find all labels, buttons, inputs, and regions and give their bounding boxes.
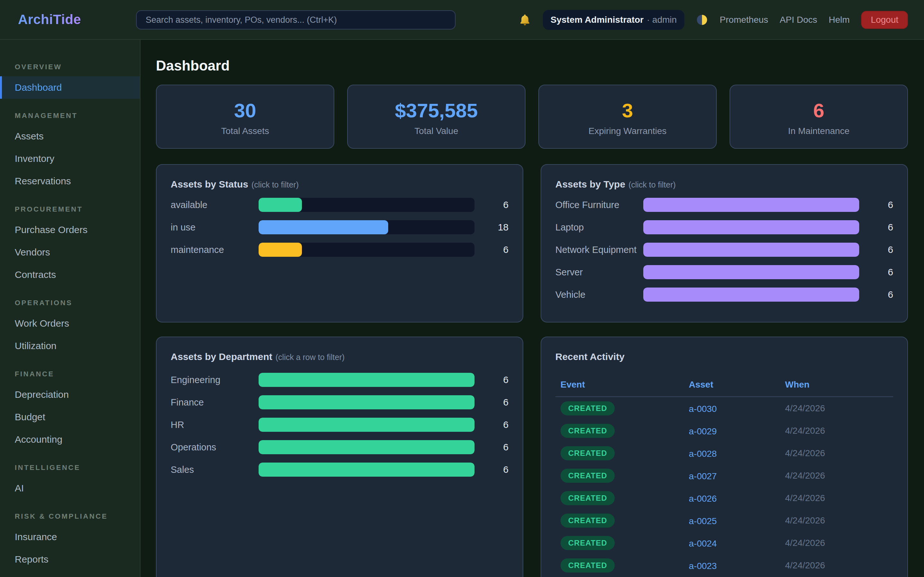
stat-label: In Maintenance — [788, 126, 849, 136]
sidebar-item-assets[interactable]: Assets — [0, 125, 140, 147]
activity-row: CREATEDa-00264/24/2026 — [556, 487, 893, 509]
chart-bar-row[interactable]: Laptop6 — [556, 216, 893, 239]
bar-track — [258, 220, 475, 234]
bar-label: Engineering — [171, 375, 258, 385]
sidebar-item-depreciation[interactable]: Depreciation — [0, 384, 140, 406]
nav-link-helm[interactable]: Helm — [829, 15, 850, 25]
logout-button[interactable]: Logout — [861, 11, 908, 29]
notification-bell-icon[interactable] — [519, 13, 531, 26]
asset-link[interactable]: a-0029 — [689, 426, 717, 436]
sidebar-item-work-orders[interactable]: Work Orders — [0, 312, 140, 335]
bar-fill — [258, 198, 302, 212]
bar-label: Office Furniture — [556, 200, 643, 210]
chart-bar-row[interactable]: Sales6 — [171, 458, 509, 481]
stat-value: $375,585 — [395, 100, 478, 121]
asset-link[interactable]: a-0026 — [689, 494, 717, 504]
nav-link-prometheus[interactable]: Prometheus — [720, 15, 768, 25]
stat-value: 30 — [234, 100, 256, 121]
bar-value: 6 — [475, 442, 509, 453]
bar-track — [643, 287, 859, 301]
bar-fill — [643, 265, 859, 279]
stat-card: 6In Maintenance — [730, 85, 908, 149]
chart-bar-row[interactable]: Engineering6 — [171, 369, 509, 391]
chart-bar-row[interactable]: maintenance6 — [171, 239, 509, 261]
panel-title: Assets by Type — [556, 179, 625, 189]
bar-track — [258, 395, 475, 409]
sidebar-item-contracts[interactable]: Contracts — [0, 263, 140, 286]
sidebar-item-reservations[interactable]: Reservations — [0, 170, 140, 192]
global-search-input[interactable] — [136, 10, 456, 29]
stat-value: 3 — [622, 100, 633, 121]
bar-fill — [643, 198, 859, 212]
sidebar-item-vendors[interactable]: Vendors — [0, 241, 140, 263]
chart-bar-row[interactable]: Finance6 — [171, 391, 509, 414]
stat-card: 30Total Assets — [156, 85, 334, 149]
panel-note: (click to filter) — [628, 180, 676, 189]
sidebar-section-label: MANAGEMENT — [15, 111, 140, 120]
chart-bar-row[interactable]: Vehicle6 — [556, 284, 893, 306]
sidebar-item-budget[interactable]: Budget — [0, 406, 140, 428]
theme-toggle-moon-icon[interactable] — [696, 14, 708, 26]
bar-track — [643, 220, 859, 234]
activity-table-header: Event Asset When — [556, 380, 893, 397]
bar-fill — [258, 395, 475, 409]
chart-bar-row[interactable]: Network Equipment6 — [556, 239, 893, 261]
activity-row: CREATEDa-00244/24/2026 — [556, 532, 893, 554]
stat-label: Expiring Warranties — [588, 126, 666, 136]
sidebar-item-ai[interactable]: AI — [0, 477, 140, 500]
page-title: Dashboard — [156, 58, 908, 74]
bar-fill — [643, 287, 859, 301]
top-bar: ArchiTide System Administrator · admin P… — [0, 0, 924, 40]
event-badge: CREATED — [561, 446, 615, 460]
assets-by-type-panel: Assets by Type(click to filter) Office F… — [541, 164, 908, 322]
asset-link[interactable]: a-0028 — [689, 449, 717, 459]
event-badge: CREATED — [561, 536, 615, 550]
sidebar-item-insurance[interactable]: Insurance — [0, 526, 140, 548]
chart-bar-row[interactable]: HR6 — [171, 414, 509, 436]
bar-value: 6 — [475, 397, 509, 408]
bar-label: in use — [171, 222, 258, 233]
sidebar-section-label: INTELLIGENCE — [15, 464, 140, 472]
bar-value: 6 — [475, 374, 509, 385]
chart-bar-row[interactable]: available6 — [171, 193, 509, 216]
sidebar-section-label: PROCUREMENT — [15, 205, 140, 213]
stat-card: 3Expiring Warranties — [538, 85, 717, 149]
asset-link[interactable]: a-0027 — [689, 471, 717, 481]
bar-label: Sales — [171, 464, 258, 475]
user-name: System Administrator — [551, 15, 644, 25]
asset-link[interactable]: a-0023 — [689, 561, 717, 571]
bar-label: Network Equipment — [556, 245, 643, 255]
bar-track — [643, 265, 859, 279]
bar-fill — [258, 243, 302, 257]
chart-bar-row[interactable]: in use18 — [171, 216, 509, 239]
panels-row-2: Assets by Department(click a row to filt… — [156, 337, 908, 577]
sidebar-item-purchase-orders[interactable]: Purchase Orders — [0, 219, 140, 241]
activity-date: 4/24/2026 — [785, 538, 893, 548]
event-badge: CREATED — [561, 401, 615, 416]
user-badge: System Administrator · admin — [543, 10, 684, 30]
sidebar-item-dashboard[interactable]: Dashboard — [0, 76, 140, 99]
sidebar-item-utilization[interactable]: Utilization — [0, 335, 140, 357]
sidebar-item-reports[interactable]: Reports — [0, 548, 140, 571]
panel-note: (click a row to filter) — [276, 353, 344, 362]
asset-link[interactable]: a-0024 — [689, 538, 717, 548]
activity-date: 4/24/2026 — [785, 403, 893, 414]
asset-link[interactable]: a-0030 — [689, 404, 717, 414]
asset-link[interactable]: a-0025 — [689, 516, 717, 526]
bar-value: 6 — [475, 199, 509, 210]
activity-row: CREATEDa-00254/24/2026 — [556, 509, 893, 532]
nav-link-api-docs[interactable]: API Docs — [780, 15, 817, 25]
user-role: · admin — [647, 15, 677, 25]
activity-row: CREATEDa-00274/24/2026 — [556, 464, 893, 487]
stat-cards: 30Total Assets$375,585Total Value3Expiri… — [156, 85, 908, 149]
sidebar-item-accounting[interactable]: Accounting — [0, 428, 140, 451]
sidebar-section-label: FINANCE — [15, 370, 140, 378]
sidebar-item-inventory[interactable]: Inventory — [0, 147, 140, 170]
main-content: Dashboard 30Total Assets$375,585Total Va… — [141, 40, 924, 577]
bar-label: Server — [556, 267, 643, 277]
chart-bar-row[interactable]: Operations6 — [171, 436, 509, 458]
event-badge: CREATED — [561, 469, 615, 483]
bar-track — [258, 198, 475, 212]
chart-bar-row[interactable]: Server6 — [556, 261, 893, 284]
chart-bar-row[interactable]: Office Furniture6 — [556, 193, 893, 216]
